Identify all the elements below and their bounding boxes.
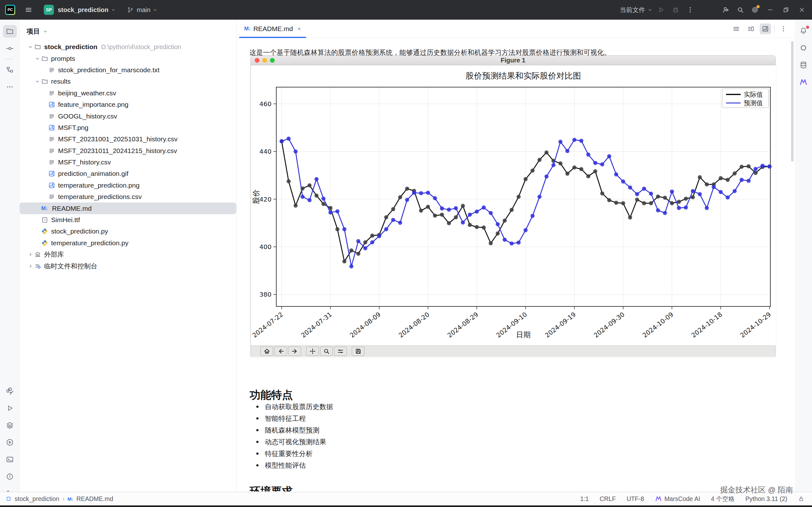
- markdown-file-icon: M↓: [244, 26, 251, 32]
- folder-file-icon: [41, 55, 48, 62]
- settings-button[interactable]: [749, 3, 761, 16]
- tab-close-icon[interactable]: ×: [298, 25, 301, 32]
- tree-item-prediction_animation.gif[interactable]: prediction_animation.gif: [20, 168, 236, 179]
- svg-text:460: 460: [259, 100, 271, 108]
- mpl-zoom-button[interactable]: [320, 347, 333, 356]
- markdown-preview: 这是一个基于随机森林算法的股票价格预测系统，能够通过历史数据分析和机器学习方法对…: [237, 38, 795, 492]
- tree-item-feature_importance.png[interactable]: feature_importance.png: [20, 99, 236, 110]
- breadcrumb-project[interactable]: stock_prediction: [14, 495, 59, 503]
- line-ending[interactable]: CRLF: [600, 495, 616, 503]
- tree-item-GOOGL_history.csv[interactable]: GOOGL_history.csv: [20, 110, 236, 122]
- debug-button[interactable]: [669, 3, 682, 16]
- chevron-right-icon[interactable]: [27, 250, 34, 258]
- project-panel: 项目 stock_predictionD:\python\4\stock_pre…: [20, 20, 237, 492]
- tree-item-MSFT.png[interactable]: MSFT.png: [20, 122, 236, 133]
- marscode-tool-icon[interactable]: [797, 76, 810, 89]
- pycharm-logo-icon: PC: [5, 5, 15, 15]
- markdown-split-view-button[interactable]: [745, 23, 757, 34]
- indent-spacer: [41, 66, 48, 74]
- tree-item-stcok_prediction_for_marscode.txt[interactable]: stcok_prediction_for_marscode.txt: [20, 64, 236, 76]
- caret-position[interactable]: 1:1: [580, 495, 589, 503]
- tree-item-stock_prediction[interactable]: stock_predictionD:\python\4\stock_predic…: [20, 41, 236, 53]
- window-bottom-edge: [0, 505, 812, 507]
- file-encoding[interactable]: UTF-8: [626, 495, 644, 503]
- structure-tool-icon: [6, 66, 14, 74]
- tree-item-temperature_prediction.png[interactable]: temperature_prediction.png: [20, 180, 236, 191]
- restore-button[interactable]: [779, 3, 793, 17]
- image-file-icon: [48, 101, 55, 108]
- markdown-preview-button[interactable]: [760, 23, 771, 34]
- tree-item-prompts[interactable]: prompts: [20, 53, 236, 64]
- mpl-forward-button[interactable]: [288, 347, 301, 356]
- tab-readme[interactable]: M↓ README.md ×: [239, 20, 306, 38]
- commit-tool-icon[interactable]: [3, 42, 17, 55]
- tree-item-README.md[interactable]: M↓README.md: [20, 203, 236, 214]
- mpl-pan-button[interactable]: [306, 347, 319, 356]
- tree-item--[interactable]: 临时文件和控制台: [20, 260, 236, 272]
- database-tool-icon[interactable]: [797, 59, 810, 71]
- python-console-icon: [6, 438, 14, 447]
- minimize-button[interactable]: [763, 3, 777, 17]
- chevron-down-icon: [43, 29, 48, 34]
- more-actions-button[interactable]: [684, 3, 697, 16]
- chevron-down-icon[interactable]: [27, 43, 34, 51]
- python-console-icon[interactable]: [3, 436, 17, 449]
- tree-item-temperature_predictions.csv[interactable]: temperature_predictions.csv: [20, 191, 236, 203]
- project-panel-header[interactable]: 项目: [20, 20, 236, 36]
- problems-tool-icon: [6, 472, 14, 481]
- problems-tool-icon[interactable]: [3, 470, 17, 483]
- run-config-selector[interactable]: 当前文件: [620, 6, 653, 14]
- markdown-file-icon: M↓: [67, 496, 73, 502]
- marscode-status[interactable]: MarsCode AI: [655, 495, 700, 503]
- stock-chart: 3804004204404602024-07-222024-07-312024-…: [251, 65, 776, 345]
- mpl-back-button[interactable]: [274, 347, 287, 356]
- branch-selector[interactable]: main: [127, 6, 158, 14]
- search-everywhere-button[interactable]: [734, 3, 747, 16]
- markdown-source-view-button[interactable]: [730, 23, 742, 34]
- tree-item-results[interactable]: results: [20, 76, 236, 87]
- mpl-save-button[interactable]: [352, 347, 364, 356]
- chevron-right-icon: ›: [62, 496, 64, 502]
- python-interpreter[interactable]: Python 3.11 (2): [745, 495, 787, 503]
- unlock-icon[interactable]: [798, 496, 804, 502]
- more-tools-icon[interactable]: [3, 80, 17, 93]
- project-name[interactable]: stock_prediction: [58, 6, 108, 14]
- chevron-down-icon[interactable]: [34, 78, 41, 85]
- chevron-right-icon[interactable]: [27, 262, 34, 270]
- tree-item-temperature_prediction.py[interactable]: temperature_prediction.py: [20, 237, 236, 249]
- main-menu-button[interactable]: [22, 3, 35, 16]
- tree-item-MSFT_history.csv[interactable]: MSFT_history.csv: [20, 157, 236, 168]
- editor-area: M↓ README.md × 这是一个基于随机森林算法的股票价格预测系统，能够通…: [237, 20, 795, 492]
- ai-assistant-icon[interactable]: [797, 42, 810, 54]
- project-square-icon: [6, 496, 11, 502]
- editor-scrollbar[interactable]: [791, 41, 794, 162]
- chevron-down-icon[interactable]: [34, 55, 41, 62]
- tree-item-stock_prediction.py[interactable]: stock_prediction.py: [20, 226, 236, 237]
- mpl-subplots-button[interactable]: [334, 347, 347, 356]
- run-button[interactable]: [655, 3, 667, 16]
- tree-item-label: temperature_predictions.csv: [58, 193, 142, 201]
- terminal-tool-icon[interactable]: [3, 453, 17, 466]
- py-file-icon: [41, 228, 48, 235]
- services-tool-icon[interactable]: [3, 419, 17, 432]
- close-button[interactable]: [795, 3, 809, 17]
- bug-icon: [672, 6, 679, 14]
- mpl-home-button[interactable]: [260, 347, 273, 356]
- run-tool-icon[interactable]: [3, 402, 17, 414]
- python-packages-icon[interactable]: [3, 385, 17, 397]
- structure-tool-icon[interactable]: [3, 63, 17, 76]
- notifications-icon[interactable]: [797, 24, 810, 37]
- tree-item-SimHei.ttf[interactable]: ?SimHei.ttf: [20, 214, 236, 226]
- tree-item-beijing_weather.csv[interactable]: beijing_weather.csv: [20, 88, 236, 99]
- tree-item--[interactable]: 外部库: [20, 249, 236, 260]
- tree-item-MSFT_20231001_20251031_history.csv[interactable]: MSFT_20231001_20251031_history.csv: [20, 133, 236, 145]
- chevron-down-icon[interactable]: [110, 7, 116, 13]
- breadcrumb-file[interactable]: README.md: [77, 495, 113, 503]
- preview-icon: [762, 25, 769, 33]
- code-with-me-button[interactable]: [719, 3, 732, 16]
- project-tool-icon[interactable]: [3, 25, 17, 38]
- tree-item-label: stcok_prediction_for_marscode.txt: [58, 66, 159, 74]
- indent-setting[interactable]: 4 个空格: [711, 495, 734, 503]
- tree-item-MSFT_20231011_20241215_history.csv[interactable]: MSFT_20231011_20241215_history.csv: [20, 145, 236, 157]
- editor-options-button[interactable]: [778, 23, 789, 34]
